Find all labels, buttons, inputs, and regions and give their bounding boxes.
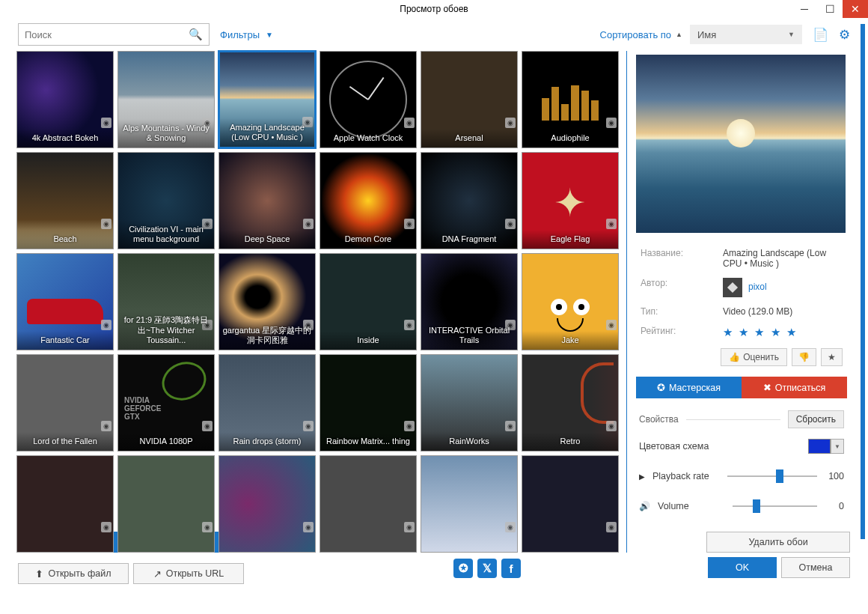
open-url-button[interactable]: ↗Открыть URL — [133, 563, 244, 584]
tile-caption: Apple Watch Clock — [320, 129, 416, 148]
wallpaper-tile[interactable]: ◉Fantastic Car — [16, 253, 114, 350]
tile-caption: for 21:9 巫師3陶森特日出~The Witcher Toussain..… — [118, 311, 214, 350]
wallpaper-tile[interactable]: ◉for 21:9 巫師3陶森特日出~The Witcher Toussain.… — [117, 253, 215, 350]
facebook-icon[interactable]: f — [501, 559, 521, 578]
wallpaper-tile[interactable]: ◉ — [522, 455, 619, 553]
name-value: Amazing Landscape (Low CPU • Music ) — [723, 248, 843, 269]
wallpaper-tile[interactable]: ✦◉Eagle Flag — [522, 152, 619, 249]
steam-badge-icon: ◉ — [404, 219, 415, 229]
wallpaper-tile[interactable]: ◉Rainbow Matrix... thing — [320, 354, 417, 452]
wallpaper-tile[interactable]: ◉Retro — [522, 354, 619, 452]
twitter-icon[interactable]: 𝕏 — [477, 559, 497, 578]
sort-dropdown[interactable]: Имя ▼ — [690, 25, 802, 44]
steam-badge-icon: ◉ — [606, 522, 617, 532]
wallpaper-tile[interactable]: ◉ — [218, 455, 316, 553]
close-button[interactable]: ✕ — [843, 0, 868, 18]
tile-caption: Inside — [320, 331, 416, 350]
sort-value: Имя — [697, 29, 716, 40]
tile-caption: DNA Fragment — [421, 230, 517, 249]
search-icon[interactable]: 🔍 — [189, 28, 203, 41]
steam-badge-icon: ◉ — [101, 219, 111, 229]
wallpaper-tile[interactable]: ◉Beach — [16, 152, 114, 249]
wallpaper-tile[interactable]: ◉Demon Core — [320, 152, 417, 249]
sort-direction-icon[interactable]: ▲ — [676, 31, 682, 38]
playback-value: 100 — [822, 471, 844, 481]
steam-badge-icon: ◉ — [606, 421, 617, 431]
search-box[interactable]: 🔍 — [18, 23, 210, 46]
tile-caption: Amazing Landscape (Low CPU • Music ) — [220, 118, 314, 147]
favorite-button[interactable]: ★ — [821, 348, 843, 366]
wallpaper-tile[interactable]: ◉Lord of the Fallen — [16, 354, 114, 452]
volume-slider[interactable] — [733, 499, 817, 514]
panel-scrollbar[interactable] — [861, 24, 865, 539]
name-label: Название: — [641, 248, 723, 269]
unsubscribe-button[interactable]: ✖Отписаться — [742, 377, 847, 398]
properties-heading: Свойства — [639, 414, 679, 425]
minimize-button[interactable]: ─ — [792, 0, 817, 18]
search-input[interactable] — [25, 29, 189, 40]
type-value: Video (129.0 MB) — [723, 306, 843, 317]
wallpaper-tile[interactable]: ◉ — [16, 455, 114, 553]
tile-caption: Eagle Flag — [522, 230, 618, 249]
open-file-button[interactable]: ⬆Открыть файл — [18, 563, 129, 584]
wallpaper-tile[interactable]: ◉Amazing Landscape (Low CPU • Music ) — [218, 51, 316, 148]
wallpaper-tile[interactable]: ◉ — [320, 455, 417, 553]
tile-caption: Alps Mountains - Windy & Snowing — [118, 119, 214, 148]
titlebar: Просмотр обоев ─ ☐ ✕ — [0, 0, 868, 18]
cancel-button[interactable]: Отмена — [781, 557, 850, 578]
type-label: Тип: — [641, 306, 723, 317]
wallpaper-tile[interactable]: ◉Apple Watch Clock — [320, 51, 417, 148]
grid-scrollbar[interactable] — [626, 51, 627, 553]
color-dropdown[interactable]: ▼ — [831, 439, 844, 454]
sort-label: Сортировать по — [600, 29, 672, 40]
wallpaper-tile[interactable]: NVIDIAGEFORCEGTX◉NVIDIA 1080P — [117, 354, 215, 452]
reset-button[interactable]: Сбросить — [788, 410, 844, 428]
wallpaper-tile[interactable]: ◉Rain drops (storm) — [218, 354, 316, 452]
funnel-icon: ▼ — [266, 31, 273, 39]
wallpaper-tile[interactable]: ◉Jake — [522, 253, 619, 350]
steam-badge-icon: ◉ — [505, 118, 516, 128]
wallpaper-tile[interactable]: ◉gargantua 星际穿越中的洞卡冈图雅 — [218, 253, 316, 350]
ok-button[interactable]: OK — [708, 557, 777, 578]
wallpaper-tile[interactable]: ◉ — [117, 455, 215, 553]
playback-slider[interactable] — [727, 469, 817, 484]
tile-caption: Civilization VI - main menu background — [118, 220, 214, 249]
author-avatar-icon — [723, 278, 742, 297]
wallpaper-tile[interactable]: ◉ — [421, 455, 518, 553]
tile-caption: Deep Space — [219, 230, 315, 249]
steam-badge-icon: ◉ — [303, 421, 314, 431]
new-file-icon[interactable]: 📄 — [813, 27, 828, 43]
rate-button[interactable]: 👍Оценить — [721, 348, 787, 366]
wallpaper-tile[interactable]: ◉4k Abstract Bokeh — [16, 51, 114, 148]
tile-caption: Rainbow Matrix... thing — [320, 432, 416, 451]
wallpaper-tile[interactable]: ◉INTERACTIVE Orbital Trails — [421, 253, 518, 350]
gear-icon[interactable]: ⚙ — [839, 27, 850, 43]
author-value[interactable]: pixol — [723, 278, 843, 297]
wallpaper-tile[interactable]: ◉RainWorks — [421, 354, 518, 452]
tile-caption: Jake — [522, 331, 618, 350]
delete-button[interactable]: Удалить обои — [706, 532, 850, 553]
rating-label: Рейтинг: — [641, 326, 723, 339]
steam-social-icon[interactable]: ✪ — [453, 559, 473, 578]
workshop-button[interactable]: ✪Мастерская — [636, 377, 742, 398]
steam-badge-icon: ◉ — [101, 118, 111, 128]
tile-caption: Lord of the Fallen — [17, 432, 113, 451]
steam-badge-icon: ◉ — [303, 522, 314, 532]
wallpaper-tile[interactable]: ◉DNA Fragment — [421, 152, 518, 249]
thumb-down-button[interactable]: 👎 — [792, 348, 816, 366]
tile-caption: RainWorks — [421, 432, 517, 451]
maximize-button[interactable]: ☐ — [817, 0, 843, 18]
steam-badge-icon: ◉ — [202, 421, 213, 431]
wallpaper-tile[interactable]: ◉Civilization VI - main menu background — [117, 152, 215, 249]
tile-caption: Arsenal — [421, 129, 517, 148]
wallpaper-tile[interactable]: ◉Arsenal — [421, 51, 518, 148]
wallpaper-tile[interactable]: ◉Alps Mountains - Windy & Snowing — [117, 51, 215, 148]
wallpaper-tile[interactable]: ◉Audiophile — [522, 51, 619, 148]
tile-caption: Demon Core — [320, 230, 416, 249]
steam-badge-icon: ◉ — [404, 320, 415, 330]
steam-badge-icon: ◉ — [606, 320, 617, 330]
color-swatch[interactable] — [808, 439, 831, 454]
wallpaper-tile[interactable]: ◉Deep Space — [218, 152, 316, 249]
wallpaper-tile[interactable]: ◉Inside — [320, 253, 417, 350]
filters-link[interactable]: Фильтры ▼ — [220, 29, 273, 40]
